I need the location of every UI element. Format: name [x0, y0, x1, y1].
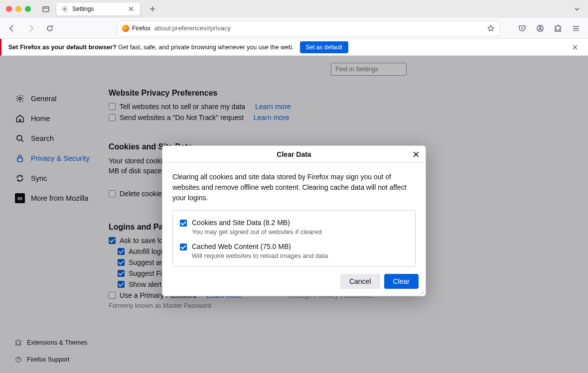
option-cache-label: Cached Web Content (75.0 MB): [192, 243, 328, 250]
all-tabs-button[interactable]: [570, 2, 584, 16]
gear-icon: [61, 5, 68, 12]
svg-rect-0: [43, 7, 49, 12]
set-default-button[interactable]: Set as default: [300, 41, 348, 53]
checkbox-cookies-site-data[interactable]: [180, 220, 187, 227]
clear-button[interactable]: Clear: [384, 274, 419, 289]
cancel-button[interactable]: Cancel: [340, 274, 380, 289]
account-button[interactable]: [533, 21, 547, 35]
recent-windows-icon[interactable]: [39, 3, 53, 15]
dialog-title: Clear Data: [277, 150, 311, 158]
window-controls: [6, 6, 31, 12]
svg-point-1: [64, 8, 66, 10]
default-browser-infobar: Set Firefox as your default browser? Get…: [0, 39, 588, 56]
clear-data-dialog: Clear Data Clearing all cookies and site…: [162, 145, 426, 296]
identity-label: Firefox: [132, 25, 150, 32]
nav-toolbar: Firefox: [0, 18, 588, 39]
close-tab-icon[interactable]: [127, 5, 135, 13]
dialog-header: Clear Data: [162, 146, 426, 163]
dialog-close-icon[interactable]: [411, 149, 422, 160]
infobar-close-icon[interactable]: [569, 41, 581, 53]
svg-point-3: [539, 26, 541, 28]
extensions-button[interactable]: [551, 21, 565, 35]
option-cookies-label: Cookies and Site Data (8.2 MB): [192, 219, 321, 227]
option-cookies-sub: You may get signed out of websites if cl…: [192, 228, 321, 236]
close-window[interactable]: [6, 6, 12, 12]
infobar-text: Set Firefox as your default browser? Get…: [8, 44, 294, 51]
maximize-window[interactable]: [25, 6, 31, 12]
back-button[interactable]: [5, 21, 19, 35]
reload-button[interactable]: [43, 21, 57, 35]
tab-title: Settings: [72, 5, 123, 12]
url-input[interactable]: [154, 24, 483, 32]
tab-settings[interactable]: Settings: [56, 2, 141, 16]
dialog-description: Clearing all cookies and site data store…: [172, 172, 416, 203]
app-menu-button[interactable]: [569, 21, 583, 35]
new-tab-button[interactable]: [146, 2, 159, 16]
option-cache-sub: Will require websites to reload images a…: [192, 252, 328, 259]
minimize-window[interactable]: [15, 6, 21, 12]
resize-grip-icon[interactable]: [419, 289, 425, 295]
identity-box[interactable]: Firefox: [122, 25, 150, 32]
checkbox-cached-content[interactable]: [180, 244, 187, 250]
bookmark-star-icon[interactable]: [487, 24, 495, 32]
titlebar: Settings: [0, 0, 588, 18]
url-bar[interactable]: Firefox: [117, 20, 500, 36]
dialog-options: Cookies and Site Data (8.2 MB) You may g…: [172, 210, 416, 267]
firefox-logo-icon: [122, 25, 129, 32]
forward-button[interactable]: [24, 21, 38, 35]
pocket-button[interactable]: [515, 21, 529, 35]
